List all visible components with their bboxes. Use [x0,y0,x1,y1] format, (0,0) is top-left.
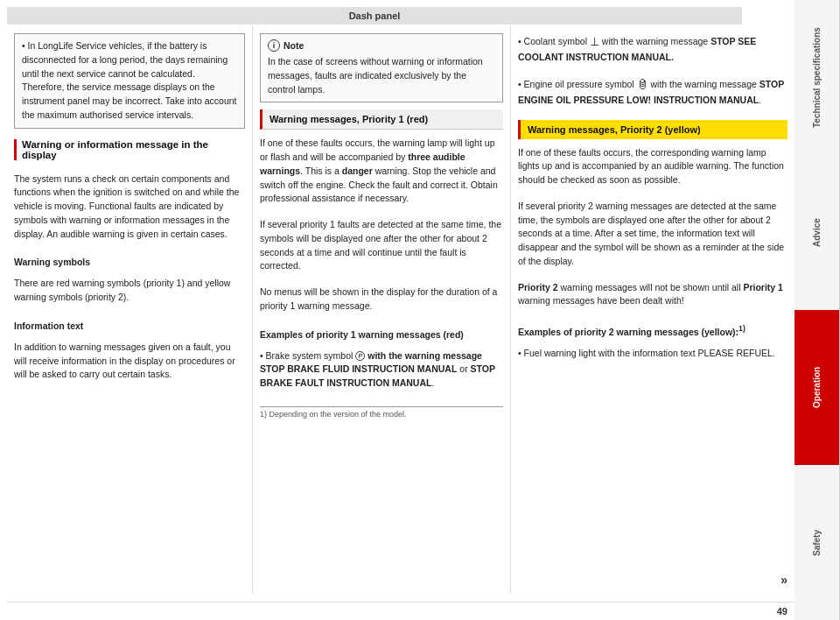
right-sidebar: Technical specifications Advice Operatio… [794,0,840,620]
oil-symbol: 🛢 [637,76,648,94]
main-content: • In LongLife Service vehicles, if the b… [7,26,794,594]
note-label: Note [284,40,304,51]
priority2-intro: If one of these faults occurs, the corre… [518,146,788,187]
example2-text: • Fuel warning light with the informatio… [518,347,788,361]
priority1-heading: Warning messages, Priority 1 (red) [260,109,503,130]
coolant-text: • Coolant symbol ⊥ with the warning mess… [518,33,788,64]
info-text-heading: Information text [14,321,245,331]
warning-symbols-text: There are red warning symbols (priority … [14,277,245,305]
info-text-body: In addition to warning messages given on… [14,341,245,382]
danger-bold: danger [342,166,373,176]
coolant-symbol: ⊥ [590,33,599,51]
example1-text: • Brake system symbol P with the warning… [260,349,503,391]
priority2-note-mid: warning messages will not be shown until… [560,282,740,292]
priority2-note: Priority 2 warning messages will not be … [518,281,788,309]
warning-intro: The system runs a check on certain compo… [14,173,245,242]
header-title: Dash panel [349,11,401,21]
engine-oil-text: • Engine oil pressure symbol 🛢 with the … [518,76,788,107]
longlife-info-box: • In LongLife Service vehicles, if the b… [14,33,245,129]
warning-info-section-heading: Warning or information message in the di… [14,139,245,160]
priority1-no-menu: No menus will be shown in the display fo… [260,285,503,314]
sidebar-tab-safety[interactable]: Safety [794,465,840,620]
priority1-multi: If several priority 1 faults are detecte… [260,218,503,273]
info-icon: i [268,39,280,52]
page-number: 49 [777,606,788,616]
priority1-intro: If one of these faults occurs, the warni… [260,137,503,206]
sidebar-tab-technical[interactable]: Technical specifications [794,0,840,155]
page-header: Dash panel [7,7,742,25]
examples2-heading: Examples of priority 2 warning messages … [518,324,788,337]
priority2-heading: Warning messages, Priority 2 (yellow) [518,120,788,139]
examples1-heading: Examples of priority 1 warning messages … [260,329,503,340]
middle-column: i Note In the case of screens without wa… [252,26,510,594]
sidebar-tab-operation[interactable]: Operation [794,310,840,465]
note-box: i Note In the case of screens without wa… [260,33,503,102]
left-column: • In LongLife Service vehicles, if the b… [7,26,252,594]
priority2-several: If several priority 2 warning messages a… [518,200,788,269]
brake-symbol: P [355,351,365,361]
note-text: In the case of screens without warning o… [268,55,495,96]
bottom-bar: 49 [7,602,794,620]
right-column: • Coolant symbol ⊥ with the warning mess… [510,26,794,594]
coolant-bold: STOP SEE COOLANT INSTRUCTION MANUAL. [518,36,756,62]
priority2-note-end: warning messages have been dealt with! [518,295,684,306]
longlife-text: • In LongLife Service vehicles, if the b… [22,40,237,120]
priority1-label: Priority 1 [743,282,783,292]
chevron-icon: » [780,573,788,587]
sidebar-tab-advice[interactable]: Advice [794,155,840,310]
warning-symbols-heading: Warning symbols [14,257,245,267]
examples2-superscript: 1) [738,324,746,333]
priority2-label: Priority 2 [518,282,558,292]
footnote: 1) Depending on the version of the model… [260,406,503,419]
engine-oil-bold: STOP ENGINE OIL PRESSURE LOW! INSTRUCTIO… [518,79,784,105]
right-col-bottom: » [518,573,788,587]
note-box-header: i Note [268,39,495,52]
